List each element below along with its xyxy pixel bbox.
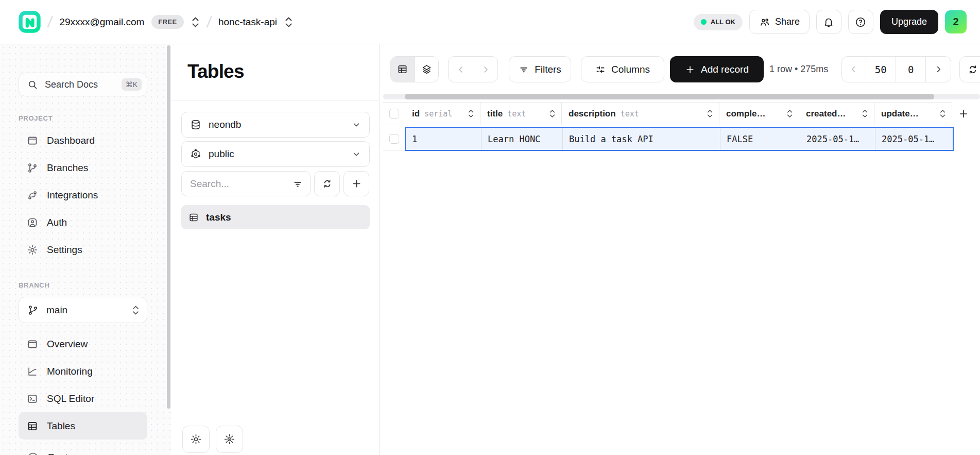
upgrade-button[interactable]: Upgrade xyxy=(880,10,938,34)
sidebar-scrollbar[interactable] xyxy=(167,45,170,409)
table-list-item-tasks[interactable]: tasks xyxy=(181,205,370,229)
filters-button[interactable]: Filters xyxy=(509,56,571,82)
cell-id[interactable]: 1 xyxy=(406,128,481,150)
sidebar-item-tables[interactable]: Tables xyxy=(19,412,147,440)
share-button-label: Share xyxy=(775,16,800,27)
search-docs-label: Search Docs xyxy=(45,79,115,90)
extension-count-badge[interactable]: 2 xyxy=(945,10,967,33)
horizontal-scrollbar-thumb[interactable] xyxy=(405,94,934,99)
sort-updown-icon[interactable] xyxy=(468,108,474,119)
sidebar-item-overview[interactable]: Overview xyxy=(19,330,147,358)
sidebar-item-label: Dashboard xyxy=(47,135,95,146)
layers-view-toggle[interactable] xyxy=(415,57,438,82)
sliders-icon xyxy=(595,64,606,75)
table-settings-button[interactable] xyxy=(182,426,210,453)
account-switcher-chevron-updown-icon[interactable] xyxy=(191,15,200,29)
project-breadcrumb[interactable]: honc-task-api xyxy=(218,16,277,28)
branch-icon xyxy=(27,305,39,316)
database-icon xyxy=(190,119,201,130)
sort-updown-icon[interactable] xyxy=(707,108,713,119)
settings-gear-icon xyxy=(27,244,38,256)
row-checkbox[interactable] xyxy=(389,134,399,144)
breadcrumb-divider: / xyxy=(205,13,212,31)
monitoring-chart-icon xyxy=(27,366,38,377)
table-search-field[interactable] xyxy=(181,171,311,196)
column-header-created-at[interactable]: created… xyxy=(799,102,874,125)
columns-button[interactable]: Columns xyxy=(581,56,664,82)
page-offset-value[interactable]: 0 xyxy=(896,57,925,82)
sort-updown-icon[interactable] xyxy=(939,108,946,119)
refresh-tables-button[interactable] xyxy=(314,171,340,196)
row-select-cell xyxy=(383,127,405,151)
chevron-right-icon xyxy=(934,65,943,74)
selected-row[interactable]: 1 Learn HONC Build a task API FALSE 2025… xyxy=(405,127,954,151)
chevron-right-icon xyxy=(481,65,490,74)
cell-title[interactable]: Learn HONC xyxy=(481,128,562,150)
column-header-description[interactable]: description text xyxy=(561,102,719,125)
database-selector[interactable]: neondb xyxy=(181,112,370,138)
cell-updated-at[interactable]: 2025-05-1… xyxy=(875,128,952,150)
chevron-left-icon xyxy=(456,65,466,74)
sidebar-item-dashboard[interactable]: Dashboard xyxy=(19,127,147,154)
add-record-button[interactable]: Add record xyxy=(670,56,764,82)
project-switcher-chevron-updown-icon[interactable] xyxy=(284,15,293,29)
add-record-button-label: Add record xyxy=(701,64,749,75)
sidebar-item-restore[interactable]: Restore xyxy=(19,444,147,455)
table-row: 1 Learn HONC Build a task API FALSE 2025… xyxy=(383,127,954,151)
grid-view-toggle[interactable] xyxy=(391,57,415,82)
header-actions: ALL OK Share xyxy=(694,10,967,34)
status-badge-label: ALL OK xyxy=(711,18,735,26)
column-header-completed[interactable]: comple… xyxy=(719,102,799,125)
select-all-checkbox[interactable] xyxy=(389,109,399,119)
column-header-id[interactable]: id serial xyxy=(405,102,480,125)
chevron-left-icon xyxy=(849,65,858,74)
notifications-button[interactable] xyxy=(816,10,841,34)
back-button[interactable] xyxy=(449,57,473,82)
search-docs-button[interactable]: Search Docs ⌘K xyxy=(19,73,147,96)
account-breadcrumb[interactable]: 29xxxx@gmail.com xyxy=(59,16,144,28)
forward-button[interactable] xyxy=(473,57,497,82)
branch-selector-value: main xyxy=(46,305,67,316)
schema-settings-button[interactable] xyxy=(216,426,243,453)
sidebar-item-integrations[interactable]: Integrations xyxy=(19,181,147,209)
chevron-down-icon xyxy=(352,120,361,129)
help-button[interactable] xyxy=(848,10,873,34)
refresh-icon xyxy=(322,178,333,189)
query-result-summary: 1 row • 275ms xyxy=(769,56,828,82)
sidebar-item-settings[interactable]: Settings xyxy=(19,236,147,263)
sql-editor-terminal-icon xyxy=(27,393,38,405)
status-badge[interactable]: ALL OK xyxy=(694,14,743,30)
sidebar-item-label: Monitoring xyxy=(47,366,93,377)
previous-page-button[interactable] xyxy=(842,57,866,82)
next-page-button[interactable] xyxy=(925,57,951,82)
sort-updown-icon[interactable] xyxy=(862,108,868,119)
sidebar-item-sql-editor[interactable]: SQL Editor xyxy=(19,385,147,412)
cell-created-at[interactable]: 2025-05-1… xyxy=(800,128,875,150)
page-title: Tables xyxy=(187,60,379,83)
add-column-button[interactable] xyxy=(952,102,975,125)
refresh-data-button[interactable] xyxy=(959,56,980,82)
sidebar-item-monitoring[interactable]: Monitoring xyxy=(19,358,147,385)
pagination-control: 50 0 xyxy=(841,56,951,82)
sidebar-item-label: Branches xyxy=(47,162,88,174)
sort-updown-icon[interactable] xyxy=(549,108,556,119)
schema-selector[interactable]: public xyxy=(181,141,370,167)
add-table-button[interactable] xyxy=(343,171,369,196)
neon-logo-icon[interactable] xyxy=(19,11,41,33)
share-button[interactable]: Share xyxy=(749,10,810,34)
branch-selector[interactable]: main xyxy=(19,297,147,323)
column-header-updated-at[interactable]: update… xyxy=(874,102,952,125)
question-mark-icon xyxy=(855,16,866,28)
table-search-input[interactable] xyxy=(190,178,293,190)
cell-completed[interactable]: FALSE xyxy=(720,128,800,150)
sidebar-item-branches[interactable]: Branches xyxy=(19,154,147,181)
restore-clock-icon xyxy=(27,451,39,455)
sort-updown-icon[interactable] xyxy=(786,108,793,119)
sidebar-item-auth[interactable]: Auth xyxy=(19,209,147,236)
column-header-title[interactable]: title text xyxy=(480,102,561,125)
select-all-cell xyxy=(383,102,405,125)
horizontal-scrollbar-track[interactable] xyxy=(383,94,980,99)
sidebar-item-label: SQL Editor xyxy=(47,393,94,405)
page-size-value[interactable]: 50 xyxy=(866,57,896,82)
cell-description[interactable]: Build a task API xyxy=(562,128,720,150)
